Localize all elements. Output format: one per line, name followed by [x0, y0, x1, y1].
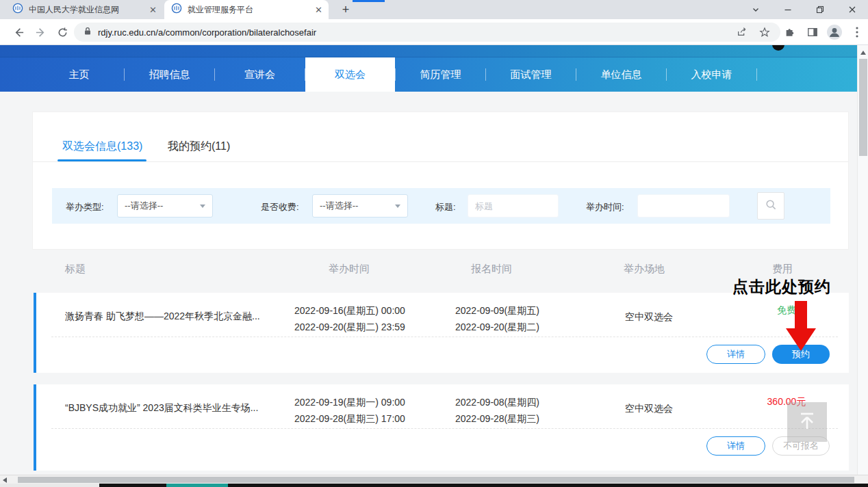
horizontal-scrollbar[interactable]: [0, 475, 868, 484]
search-icon: [765, 199, 777, 213]
nav-item-employer-info[interactable]: 单位信息: [576, 57, 666, 92]
nav-item-resume[interactable]: 简历管理: [396, 57, 485, 92]
tabs-divider: [33, 161, 848, 162]
browser-toolbar: rdjy.ruc.edu.cn/a/common/corporation/bil…: [0, 19, 868, 45]
back-icon[interactable]: [10, 24, 27, 40]
type-filter-select[interactable]: --请选择--: [117, 194, 213, 218]
tab-fair-info[interactable]: 双选会信息(133): [62, 140, 142, 154]
type-filter-label: 举办类型:: [66, 201, 104, 213]
tab-close-icon[interactable]: ✕: [315, 5, 322, 14]
filter-card: 双选会信息(133) 我的预约(11) 举办类型: --请选择-- 是否收费: …: [32, 111, 849, 250]
extensions-icon[interactable]: [782, 24, 798, 40]
nav-separator: [756, 68, 757, 81]
browser-tab-title: 中国人民大学就业信息网: [29, 4, 146, 16]
menu-kebab-icon[interactable]: [849, 24, 865, 40]
filter-bar: 举办类型: --请选择-- 是否收费: --请选择-- 标题: 举办时间:: [52, 188, 830, 224]
nav-item-home[interactable]: 主页: [34, 57, 124, 92]
col-header-signup-time: 报名时间: [471, 263, 512, 276]
nav-item-recruit-info[interactable]: 招聘信息: [125, 57, 214, 92]
nav-item-info-session[interactable]: 宣讲会: [215, 57, 305, 92]
hold-time-cell: 2022-09-16(星期五) 00:00 2022-09-20(星期二) 23…: [294, 302, 405, 335]
scroll-up-icon[interactable]: [860, 51, 866, 55]
back-to-top-button[interactable]: [787, 402, 827, 442]
main-content: 双选会信息(133) 我的预约(11) 举办类型: --请选择-- 是否收费: …: [0, 92, 857, 475]
profile-icon[interactable]: [826, 24, 843, 40]
url-text: rdjy.ruc.edu.cn/a/common/corporation/bil…: [98, 27, 316, 38]
title-filter-input[interactable]: [468, 194, 559, 218]
browser-tab-inactive[interactable]: 中国人民大学就业信息网 ✕: [5, 0, 163, 19]
restore-icon[interactable]: [804, 0, 836, 19]
reload-icon[interactable]: [54, 24, 71, 40]
fee-filter-label: 是否收费:: [261, 201, 299, 213]
vertical-scrollbar[interactable]: [857, 45, 868, 475]
browser-tab-active[interactable]: 就业管理服务平台 ✕: [164, 0, 329, 19]
table-row: 激扬青春 助飞梦想——2022年秋季北京金融... 2022-09-16(星期五…: [34, 293, 849, 373]
bottom-edge-light-segment: [0, 484, 99, 487]
recording-accent-strip: [353, 0, 385, 2]
fee-filter-select[interactable]: --请选择--: [312, 194, 408, 218]
window-chevron-icon[interactable]: [739, 0, 771, 19]
share-icon[interactable]: [734, 24, 750, 40]
chevron-down-icon: [395, 205, 400, 208]
horizontal-scrollbar-thumb[interactable]: [18, 477, 854, 483]
annotation-arrow-icon: [784, 301, 817, 353]
row-divider: [51, 337, 838, 337]
back-to-top-icon: [795, 408, 819, 436]
tab-close-icon[interactable]: ✕: [149, 5, 157, 14]
col-header-fee: 费用: [772, 263, 793, 276]
navbar-top-strip: [0, 45, 857, 57]
site-navbar: 主页 招聘信息 宣讲会 双选会 简历管理 面试管理 单位信息 入校申请: [0, 45, 857, 92]
fee-filter-value: --请选择--: [320, 200, 358, 212]
signup-time-cell: 2022-09-08(星期四) 2022-09-28(星期三): [455, 394, 539, 427]
url-bar[interactable]: rdjy.ruc.edu.cn/a/common/corporation/bil…: [74, 23, 780, 42]
side-panel-icon[interactable]: [804, 24, 821, 40]
window-controls: [739, 0, 868, 19]
ruc-logo-icon: [171, 3, 182, 16]
col-header-title: 标题: [65, 263, 86, 276]
venue-cell: 空中双选会: [625, 402, 673, 414]
detail-button[interactable]: 详情: [706, 345, 765, 364]
scroll-left-icon[interactable]: [3, 477, 7, 483]
col-header-hold-time: 举办时间: [329, 263, 370, 276]
signup-time-cell: 2022-09-09(星期五) 2022-09-20(星期二): [455, 302, 539, 335]
fair-title: 激扬青春 助飞梦想——2022年秋季北京金融...: [65, 311, 294, 323]
nav-item-interview[interactable]: 面试管理: [486, 57, 576, 92]
hold-time-cell: 2022-09-19(星期一) 09:00 2022-09-28(星期三) 17…: [294, 394, 405, 427]
browser-window: 中国人民大学就业信息网 ✕ 就业管理服务平台 ✕ +: [0, 0, 868, 487]
title-filter-label: 标题:: [435, 201, 456, 213]
close-window-icon[interactable]: [836, 0, 868, 19]
browser-tab-strip: 中国人民大学就业信息网 ✕ 就业管理服务平台 ✕ +: [0, 0, 868, 19]
lock-icon: [84, 26, 92, 38]
fair-title: “BJBYS成功就业” 2023届文科类毕业生专场...: [65, 402, 294, 414]
nav-item-campus-entry[interactable]: 入校申请: [667, 57, 756, 92]
col-header-venue: 举办场地: [624, 263, 665, 276]
ruc-logo-icon: [12, 3, 23, 16]
bottom-edge-teal-segment: [166, 484, 228, 487]
tab-my-reservation[interactable]: 我的预约(11): [168, 140, 230, 154]
table-row: “BJBYS成功就业” 2023届文科类毕业生专场... 2022-09-19(…: [34, 384, 849, 471]
chevron-down-icon: [200, 205, 205, 208]
time-filter-input[interactable]: [637, 194, 730, 218]
bookmark-star-icon[interactable]: [756, 24, 773, 40]
nav-item-job-fair[interactable]: 双选会: [305, 57, 395, 92]
annotation-text: 点击此处预约: [732, 276, 831, 298]
detail-button[interactable]: 详情: [706, 436, 765, 456]
nav-items: 主页 招聘信息 宣讲会 双选会 简历管理 面试管理 单位信息 入校申请: [34, 57, 757, 92]
venue-cell: 空中双选会: [625, 311, 673, 323]
vertical-scrollbar-thumb[interactable]: [859, 59, 867, 156]
type-filter-value: --请选择--: [125, 200, 163, 212]
search-button[interactable]: [757, 192, 784, 220]
minimize-icon[interactable]: [771, 0, 804, 19]
forward-icon[interactable]: [32, 24, 49, 40]
row-divider: [51, 428, 838, 429]
browser-tab-title: 就业管理服务平台: [188, 4, 312, 16]
new-tab-icon[interactable]: +: [338, 2, 353, 17]
window-bottom-edge: [0, 484, 868, 487]
time-filter-label: 举办时间:: [586, 201, 624, 213]
